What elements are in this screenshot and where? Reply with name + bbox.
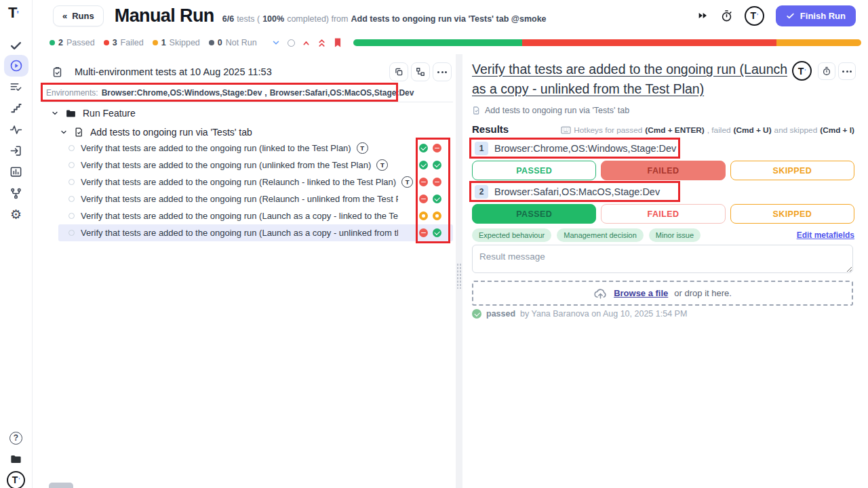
failed-status-icon xyxy=(419,195,428,203)
passed-status-icon xyxy=(419,144,428,152)
folder-icon xyxy=(65,108,77,119)
test-row[interactable]: Verify that tests are added to the ongoi… xyxy=(33,140,456,157)
bookmark-icon[interactable] xyxy=(333,37,342,48)
result-buttons-env-2: PASSED FAILED SKIPPED xyxy=(472,204,854,224)
failed-status-icon xyxy=(433,178,441,186)
skipped-button[interactable]: SKIPPED xyxy=(730,161,854,180)
run-summary: 6/6 tests ( 100% completed) from Add tes… xyxy=(222,14,547,24)
run-tree-panel: Multi-environment tests at 10 Aug 2025 1… xyxy=(33,54,456,488)
failed-status-icon xyxy=(433,144,441,152)
passed-button[interactable]: PASSED xyxy=(472,204,596,224)
workspace-logo-icon[interactable]: T' xyxy=(5,470,28,488)
test-row[interactable]: Verify that tests are added to the ongoi… xyxy=(33,190,456,207)
test-more-options-button[interactable] xyxy=(838,62,856,80)
result-history-line: passed by Yana Baranova on Aug 10, 2025 … xyxy=(472,309,687,319)
file-dropzone[interactable]: Browse a file or drop it here. xyxy=(472,281,853,306)
test-list: Verify that tests are added to the ongoi… xyxy=(33,140,456,241)
tree-structure-icon xyxy=(416,67,425,77)
author-avatar-icon: T xyxy=(376,159,388,171)
test-row[interactable]: Verify that tests are added to the ongoi… xyxy=(33,157,456,174)
tag-chip[interactable]: Minor issue xyxy=(649,228,701,242)
failed-button[interactable]: FAILED xyxy=(601,161,725,180)
app-logo-icon[interactable]: T' xyxy=(8,4,18,22)
run-progress-bar xyxy=(353,39,861,46)
priority-up-icon[interactable] xyxy=(302,39,311,47)
skipped-dot-icon xyxy=(153,40,158,45)
passed-button[interactable]: PASSED xyxy=(472,161,596,180)
tree-node-feature[interactable]: Run Feature xyxy=(51,104,136,122)
chevron-down-icon[interactable] xyxy=(51,109,59,117)
browse-file-link[interactable]: Browse a file xyxy=(614,288,668,298)
more-options-button[interactable] xyxy=(433,62,452,81)
test-row[interactable]: Verify that tests are added to the ongoi… xyxy=(33,224,456,241)
finish-run-button[interactable]: Finish Run xyxy=(776,5,856,26)
env-status-pair xyxy=(419,178,441,186)
sidebar-item-tests-check-icon[interactable] xyxy=(5,36,28,55)
test-state-circle-icon[interactable] xyxy=(68,162,75,168)
notrun-count: 0 Not Run xyxy=(209,38,257,47)
sidebar-item-analytics-chart-icon[interactable] xyxy=(5,162,28,181)
help-icon[interactable]: ? xyxy=(5,428,28,447)
hotkeys-hint: Hotkeys for passed (Cmd + ENTER) , faile… xyxy=(561,125,854,135)
passed-dot-icon xyxy=(50,40,55,45)
env-status-pair xyxy=(419,228,441,237)
edit-metafields-link[interactable]: Edit metafields xyxy=(797,230,854,240)
passed-status-icon xyxy=(433,228,441,237)
failed-status-icon xyxy=(419,178,428,186)
top-bar: « Runs Manual Run 6/6 tests ( 100% compl… xyxy=(33,0,868,31)
run-clipboard-icon xyxy=(52,66,63,78)
suite-breadcrumb[interactable]: Add tests to ongoing run via 'Tests' tab xyxy=(472,106,629,115)
env-status-pair xyxy=(419,144,441,152)
passed-status-icon xyxy=(433,161,441,169)
test-state-circle-icon[interactable] xyxy=(68,145,75,151)
cloud-upload-icon xyxy=(593,287,608,300)
sidebar-item-runs-play-circle-icon[interactable] xyxy=(4,55,28,77)
skipped-button[interactable]: SKIPPED xyxy=(730,204,854,224)
back-to-runs-button[interactable]: « Runs xyxy=(53,5,104,26)
ellipsis-icon xyxy=(437,71,447,73)
test-row[interactable]: Verify that tests are added to the ongoi… xyxy=(33,207,456,224)
passed-status-icon xyxy=(419,161,428,169)
test-state-circle-icon[interactable] xyxy=(68,213,75,219)
test-timer-button[interactable] xyxy=(818,62,835,80)
test-state-circle-icon[interactable] xyxy=(68,179,75,185)
sidebar-item-steps-icon[interactable] xyxy=(5,99,28,118)
sidebar: T' ⚙ ? T' xyxy=(0,0,33,488)
ellipsis-icon xyxy=(842,70,852,73)
circle-filter-icon[interactable] xyxy=(288,39,295,47)
projects-folder-icon[interactable] xyxy=(5,449,28,468)
sidebar-item-branch-icon[interactable] xyxy=(5,184,28,203)
user-avatar-logo-icon[interactable]: T' xyxy=(745,6,764,26)
tag-chip[interactable]: Management decision xyxy=(557,228,644,242)
failed-button[interactable]: FAILED xyxy=(601,204,725,224)
horizontal-scrollbar-thumb[interactable] xyxy=(49,483,73,488)
tag-chip[interactable]: Expected behaviour xyxy=(472,228,551,242)
priority-double-up-icon[interactable] xyxy=(317,38,326,48)
copy-run-button[interactable] xyxy=(389,62,408,81)
failed-count: 3 Failed xyxy=(104,38,144,47)
author-avatar-icon: T xyxy=(401,176,413,188)
sidebar-item-plans-list-check-icon[interactable] xyxy=(5,77,28,96)
sidebar-item-import-icon[interactable] xyxy=(5,141,28,160)
status-summary-row: 2 Passed 3 Failed 1 Skipped 0 Not Run xyxy=(50,35,861,50)
stopwatch-icon xyxy=(822,66,831,76)
check-icon xyxy=(786,12,795,20)
skipped-status-icon xyxy=(433,211,441,220)
sidebar-item-activity-pulse-icon[interactable] xyxy=(5,120,28,139)
sidebar-item-settings-gear-icon[interactable]: ⚙ xyxy=(5,205,28,224)
collapse-chevron-down-icon[interactable] xyxy=(271,38,281,47)
passed-count: 2 Passed xyxy=(50,38,95,47)
test-state-circle-icon[interactable] xyxy=(68,230,75,236)
timer-icon[interactable] xyxy=(720,9,733,22)
test-title-link[interactable]: Verify that tests are added to the ongoi… xyxy=(472,60,794,99)
fast-forward-icon[interactable] xyxy=(696,10,709,21)
tree-node-suite[interactable]: Add tests to ongoing run via 'Tests' tab xyxy=(60,123,252,141)
splitter-drag-handle[interactable] xyxy=(456,263,462,289)
test-row[interactable]: Verify that tests are added to the ongoi… xyxy=(33,174,456,190)
panel-splitter xyxy=(456,54,462,488)
tree-view-button[interactable] xyxy=(411,62,430,81)
result-message-input[interactable] xyxy=(472,245,853,273)
test-state-circle-icon[interactable] xyxy=(68,196,75,202)
copy-icon xyxy=(394,67,403,77)
chevron-down-icon[interactable] xyxy=(60,128,68,136)
